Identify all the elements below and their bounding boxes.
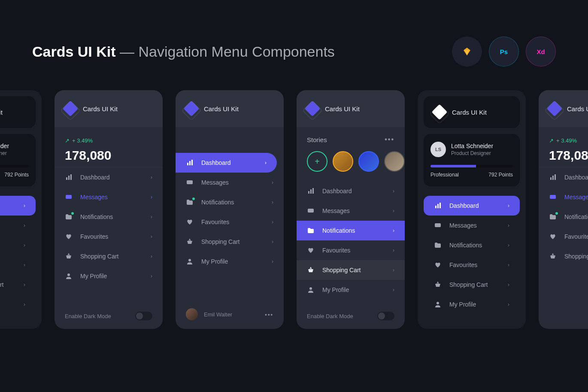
chevron-right-icon: › xyxy=(24,282,25,288)
nav-menu: Dashboard› Messages› Notifications› Favo… xyxy=(539,167,588,270)
more-icon[interactable]: ••• xyxy=(265,311,273,318)
heart-icon xyxy=(186,219,194,225)
profile-card: LS Lotta Schneider Product Designer Prof… xyxy=(0,134,36,186)
app-badges: Ps Xd xyxy=(452,36,556,67)
stat-change: ↗ + 3.49% xyxy=(549,137,588,144)
nav-item-messages[interactable]: Messages› xyxy=(55,187,163,207)
nav-item-favourites[interactable]: Favourites› xyxy=(424,255,520,275)
nav-item-dashboard[interactable]: Dashboard› xyxy=(55,167,163,187)
svg-point-24 xyxy=(436,302,439,304)
nav-item-shopping-cart[interactable]: Shopping Cart› xyxy=(0,275,36,295)
add-story-button[interactable]: + xyxy=(307,151,327,172)
nav-item-messages[interactable]: Messages› xyxy=(297,201,405,221)
person-icon xyxy=(434,301,442,308)
nav-item-shopping-cart[interactable]: Shopping Cart› xyxy=(297,260,405,280)
nav-item-notifications[interactable]: Notifications› xyxy=(176,192,284,212)
nav-item-dashboard[interactable]: Dashboard› xyxy=(539,167,588,187)
nav-item-favourites[interactable]: Favourites› xyxy=(55,227,163,246)
dark-mode-toggle-row: Enable Dark Mode xyxy=(297,303,405,329)
folder-icon xyxy=(549,213,557,220)
nav-item-messages[interactable]: Messages› xyxy=(424,216,520,235)
svg-rect-27 xyxy=(555,174,556,180)
nav-card-variant-pill: Cards UI Kit Dashboard› Messages› Notifi… xyxy=(176,90,284,329)
nav-item-shopping-cart[interactable]: Shopping Cart› xyxy=(424,275,520,295)
svg-rect-17 xyxy=(312,188,314,194)
nav-item-messages[interactable]: Messages› xyxy=(539,187,588,207)
chevron-right-icon: › xyxy=(272,258,273,264)
nav-item-notifications[interactable]: Notifications› xyxy=(424,235,520,255)
dark-mode-label: Enable Dark Mode xyxy=(65,313,111,319)
chevron-right-icon: › xyxy=(272,239,273,245)
heart-icon xyxy=(434,261,442,268)
card-header: Cards UI Kit xyxy=(0,96,36,128)
nav-item-my-profile[interactable]: My Profile› xyxy=(424,295,520,314)
basket-icon xyxy=(434,281,442,288)
dark-mode-toggle[interactable] xyxy=(377,312,394,320)
stories-section: Stories ••• + xyxy=(297,127,405,181)
nav-item-notifications[interactable]: Notifications› xyxy=(539,207,588,227)
xd-icon: Xd xyxy=(526,36,556,67)
message-icon xyxy=(65,194,73,201)
svg-rect-22 xyxy=(439,203,441,208)
basket-icon xyxy=(549,253,557,260)
nav-item-my-profile[interactable]: My Profile› xyxy=(0,295,36,314)
message-icon xyxy=(186,179,194,186)
page-header: Cards UI Kit — Navigation Menu Component… xyxy=(32,36,556,67)
nav-item-my-profile[interactable]: My Profile› xyxy=(55,266,163,286)
story-avatar[interactable] xyxy=(333,151,353,172)
page-title: Cards UI Kit — Navigation Menu Component… xyxy=(32,43,335,60)
chevron-right-icon: › xyxy=(393,247,394,253)
card-header: Cards UI Kit xyxy=(424,96,520,128)
nav-item-messages[interactable]: Messages› xyxy=(176,173,284,192)
svg-rect-8 xyxy=(66,195,72,199)
nav-item-dashboard[interactable]: Dashboard› xyxy=(0,196,36,216)
chevron-right-icon: › xyxy=(508,301,509,307)
chevron-right-icon: › xyxy=(508,242,509,248)
nav-item-notifications[interactable]: Notifications› xyxy=(0,235,36,255)
nav-item-favourites[interactable]: Favourites› xyxy=(176,212,284,232)
dark-mode-toggle[interactable] xyxy=(135,312,152,320)
story-avatar[interactable] xyxy=(358,151,379,172)
profile-role: Product Designer xyxy=(451,150,493,156)
logo-icon xyxy=(184,101,200,117)
chevron-right-icon: › xyxy=(265,160,267,166)
nav-item-my-profile[interactable]: My Profile› xyxy=(176,252,284,271)
user-footer[interactable]: Emil Walter ••• xyxy=(176,300,284,329)
nav-item-messages[interactable]: Messages› xyxy=(0,216,36,235)
card-title: Cards UI Kit xyxy=(83,105,118,112)
chevron-right-icon: › xyxy=(508,203,509,209)
plus-icon: + xyxy=(315,157,320,167)
bar-chart-icon xyxy=(186,159,194,166)
nav-item-dashboard[interactable]: Dashboard› xyxy=(297,181,405,201)
nav-item-dashboard[interactable]: Dashboard› xyxy=(176,153,277,173)
nav-item-my-profile[interactable]: My Profile› xyxy=(297,280,405,300)
nav-item-notifications[interactable]: Notifications› xyxy=(55,207,163,227)
logo-icon xyxy=(305,101,321,117)
svg-rect-26 xyxy=(552,176,554,180)
heart-icon xyxy=(65,233,73,240)
nav-card-variant-profile: Cards UI Kit LS Lotta Schneider Product … xyxy=(418,90,526,329)
nav-item-notifications[interactable]: Notifications› xyxy=(297,221,405,240)
bar-chart-icon xyxy=(307,188,315,194)
nav-item-shopping-cart[interactable]: Shopping Cart› xyxy=(539,246,588,266)
svg-rect-10 xyxy=(187,163,188,165)
xp-progress xyxy=(0,165,29,167)
avatar xyxy=(186,308,198,320)
avatar: LS xyxy=(430,142,446,157)
card-header: Cards UI Kit xyxy=(55,90,163,127)
more-icon[interactable]: ••• xyxy=(385,136,394,143)
person-icon xyxy=(65,273,73,280)
folder-icon xyxy=(307,227,315,234)
folder-icon xyxy=(65,213,73,220)
nav-item-shopping-cart[interactable]: Shopping Cart› xyxy=(55,246,163,266)
chevron-right-icon: › xyxy=(24,222,25,228)
nav-item-favourites[interactable]: Favourites› xyxy=(297,240,405,260)
message-icon xyxy=(307,207,315,214)
nav-item-shopping-cart[interactable]: Shopping Cart› xyxy=(176,232,284,252)
nav-item-favourites[interactable]: Favourites› xyxy=(539,227,588,246)
story-avatar[interactable] xyxy=(384,151,405,172)
card-title: Cards UI Kit xyxy=(204,105,239,112)
nav-item-favourites[interactable]: Favourites› xyxy=(0,255,36,275)
profile-name: Lotta Schneider xyxy=(0,143,9,149)
nav-item-dashboard[interactable]: Dashboard› xyxy=(424,196,520,216)
